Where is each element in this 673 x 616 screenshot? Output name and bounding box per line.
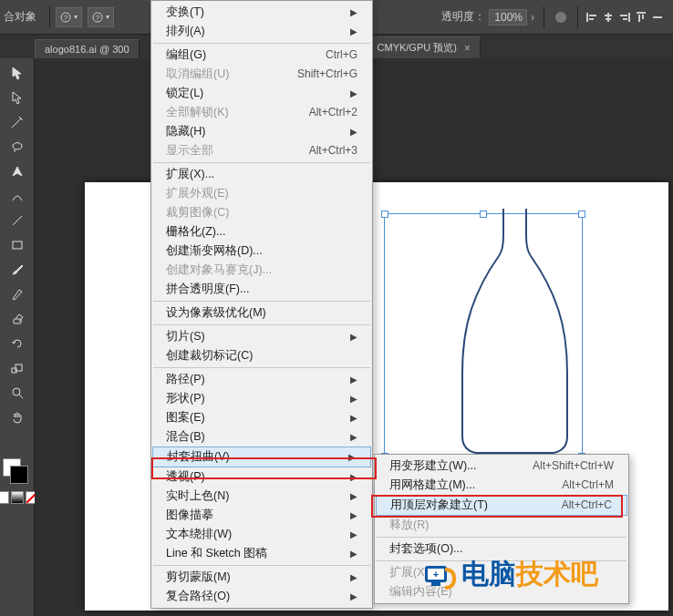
menu-item[interactable]: 形状(P)▶ — [151, 389, 372, 408]
shaper-tool[interactable] — [6, 283, 28, 305]
fill-stroke-swatch[interactable] — [3, 458, 32, 488]
menu-item: 编辑内容(E) — [375, 582, 628, 601]
svg-rect-11 — [628, 13, 630, 22]
menu-item-label: 变换(T) — [166, 5, 343, 20]
menu-item[interactable]: 编组(G)Ctrl+G — [151, 46, 372, 65]
dropdown-2[interactable]: ?▾ — [88, 7, 114, 27]
line-tool[interactable] — [6, 210, 28, 231]
align-right-icon[interactable] — [618, 11, 631, 24]
doc-tab-label: CMYK/GPU 预览) — [378, 41, 457, 55]
pen-tool[interactable] — [6, 160, 28, 182]
submenu-arrow-icon: ▶ — [350, 546, 357, 561]
opacity-step[interactable]: › — [527, 11, 538, 24]
menu-item[interactable]: 封套扭曲(V)▶ — [152, 447, 371, 467]
selection-handle[interactable] — [480, 210, 487, 218]
menu-item[interactable]: 透视(P)▶ — [151, 467, 372, 487]
menu-item: 裁剪图像(C) — [151, 203, 372, 222]
lasso-tool[interactable] — [6, 136, 28, 158]
menu-item[interactable]: 锁定(L)▶ — [151, 84, 372, 103]
close-icon[interactable]: × — [464, 42, 471, 55]
curvature-tool[interactable] — [6, 185, 28, 207]
menu-item[interactable]: 混合(B)▶ — [151, 427, 372, 447]
selection-tool[interactable] — [6, 62, 28, 84]
menu-item-label: 扩展外观(E) — [166, 186, 357, 201]
menu-item[interactable]: 设为像素级优化(M) — [151, 303, 372, 323]
menu-item-label: 拼合透明度(F)... — [166, 282, 357, 297]
menu-item-shortcut: Shift+Ctrl+G — [297, 67, 357, 82]
menu-item[interactable]: 复合路径(O)▶ — [151, 587, 372, 606]
menu-item[interactable]: 排列(A)▶ — [151, 22, 372, 41]
menu-item: 取消编组(U)Shift+Ctrl+G — [151, 65, 372, 84]
opacity-value[interactable]: 100% — [489, 9, 527, 26]
align-center-icon[interactable] — [602, 11, 615, 24]
menu-item[interactable]: 创建裁切标记(C) — [151, 346, 372, 365]
scale-tool[interactable] — [6, 357, 28, 379]
menu-item-label: 形状(P) — [166, 391, 343, 406]
menu-item[interactable]: 路径(P)▶ — [151, 370, 372, 389]
menu-item[interactable]: 剪切蒙版(M)▶ — [151, 568, 372, 587]
menu-item: 全部解锁(K)Alt+Ctrl+2 — [151, 103, 372, 122]
menu-item[interactable]: 拼合透明度(F)... — [151, 280, 372, 299]
submenu-arrow-icon: ▶ — [350, 372, 357, 387]
menu-item[interactable]: 切片(S)▶ — [151, 327, 372, 346]
submenu-arrow-icon: ▶ — [348, 449, 356, 465]
submenu-arrow-icon: ▶ — [350, 24, 357, 39]
svg-line-18 — [13, 216, 22, 225]
rectangle-tool[interactable] — [6, 234, 28, 256]
menu-item[interactable]: 实时上色(N)▶ — [151, 487, 372, 506]
menu-item: 扩展(X) — [375, 563, 628, 582]
menu-item-label: 栅格化(Z)... — [166, 224, 357, 240]
menu-item-label: 创建对象马赛克(J)... — [166, 262, 357, 278]
menu-item[interactable]: 创建渐变网格(D)... — [151, 241, 372, 261]
color-mode-swatches[interactable] — [0, 491, 38, 504]
menu-item[interactable]: 栅格化(Z)... — [151, 222, 372, 241]
svg-rect-8 — [607, 13, 609, 22]
menu-item[interactable]: 隐藏(H)▶ — [151, 122, 372, 141]
svg-point-23 — [13, 388, 20, 395]
submenu-arrow-icon: ▶ — [350, 508, 357, 523]
document-tab-2[interactable]: CMYK/GPU 预览) × — [368, 36, 481, 58]
divider — [577, 6, 578, 28]
menu-item-label: 裁剪图像(C) — [166, 205, 357, 221]
menu-item-label: 编辑内容(E) — [389, 584, 614, 600]
direct-selection-tool[interactable] — [6, 87, 28, 108]
submenu-arrow-icon: ▶ — [350, 124, 357, 139]
svg-text:?: ? — [64, 14, 68, 22]
style-icon[interactable] — [552, 8, 570, 26]
menu-item-label: 排列(A) — [166, 24, 343, 39]
brush-tool[interactable] — [6, 259, 28, 281]
menu-item-shortcut: Alt+Ctrl+M — [562, 477, 614, 493]
menu-item[interactable]: 图案(E)▶ — [151, 408, 372, 427]
menu-item[interactable]: 扩展(X)... — [151, 165, 372, 184]
menu-item[interactable]: 用网格建立(M)...Alt+Ctrl+M — [375, 476, 628, 495]
zoom-tool[interactable] — [6, 382, 28, 404]
menu-item[interactable]: 用变形建立(W)...Alt+Shift+Ctrl+W — [375, 457, 628, 476]
menu-item-label: 创建渐变网格(D)... — [166, 243, 357, 259]
document-tab-1[interactable]: alogo816.ai @ 300 — [35, 39, 140, 58]
menu-item[interactable]: Line 和 Sketch 图稿▶ — [151, 544, 372, 563]
dropdown-1[interactable]: ?▾ — [56, 7, 82, 27]
menu-item-label: 用网格建立(M)... — [389, 477, 551, 493]
svg-text:?: ? — [96, 14, 100, 22]
menu-item: 创建对象马赛克(J)... — [151, 261, 372, 280]
svg-rect-7 — [589, 18, 594, 20]
selection-handle[interactable] — [578, 210, 585, 218]
help-icon: ? — [92, 12, 103, 23]
align-more-icon[interactable] — [651, 11, 664, 24]
align-top-icon[interactable] — [635, 11, 647, 24]
menu-item[interactable]: 文本绕排(W)▶ — [151, 525, 372, 544]
hand-tool[interactable] — [6, 406, 28, 428]
menu-item-label: 图像描摹 — [166, 508, 343, 523]
eraser-tool[interactable] — [6, 308, 28, 330]
menu-item-label: 扩展(X)... — [166, 167, 357, 182]
menu-item[interactable]: 封套选项(O)... — [375, 539, 628, 559]
selection-handle[interactable] — [381, 210, 388, 218]
align-left-icon[interactable] — [585, 11, 598, 24]
magic-wand-tool[interactable] — [6, 111, 28, 133]
menu-item[interactable]: 用顶层对象建立(T)Alt+Ctrl+C — [376, 495, 627, 516]
submenu-arrow-icon: ▶ — [350, 469, 357, 485]
svg-rect-5 — [586, 13, 588, 22]
rotate-tool[interactable] — [6, 333, 28, 354]
menu-item[interactable]: 变换(T)▶ — [151, 3, 372, 22]
menu-item[interactable]: 图像描摹▶ — [151, 506, 372, 525]
